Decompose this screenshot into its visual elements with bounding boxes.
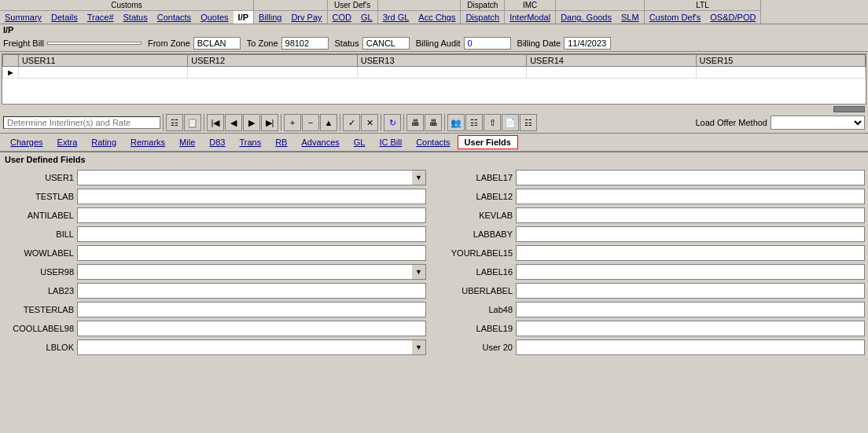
field-kevlab-input[interactable] [516, 207, 865, 223]
left-fields-column: USER1 ▼ TESTLAB ANTILABEL BILL WOWLABEL [3, 170, 426, 408]
sub-tab-rating[interactable]: Rating [84, 135, 123, 149]
field-uberlabel-input[interactable] [516, 283, 865, 299]
billing-audit-label: Billing Audit [416, 39, 461, 48]
tab-summary[interactable]: Summary [0, 11, 46, 24]
field-lblok-wrapper: ▼ [77, 339, 426, 355]
toolbar-doc-btn[interactable]: 📄 [502, 114, 519, 131]
table-scrollbar[interactable] [0, 106, 868, 112]
scrollbar-thumb[interactable] [833, 106, 865, 112]
sub-tab-d83[interactable]: D83 [202, 135, 232, 149]
tab-intermodal[interactable]: InterModal [505, 11, 555, 24]
toolbar-up-btn[interactable]: ▲ [320, 114, 337, 131]
sub-tab-contacts[interactable]: Contacts [409, 135, 457, 149]
toolbar-table-btn[interactable]: ☷ [520, 114, 537, 131]
tab-billing[interactable]: Billing [254, 11, 286, 24]
field-lblok-dropdown[interactable]: ▼ [412, 339, 426, 355]
group-billing: Billing Drv Pay [254, 0, 327, 24]
toolbar-first-btn[interactable]: |◀ [207, 114, 224, 131]
toolbar-check-btn[interactable]: ✓ [343, 114, 360, 131]
tab-trace[interactable]: Trace# [83, 11, 119, 24]
sub-tab-user-fields[interactable]: User Fields [458, 135, 518, 149]
sub-tab-ic-bill[interactable]: IC Bill [372, 135, 409, 149]
field-row-yourlabel15: YOURLABEL15 [442, 245, 865, 261]
toolbar-next-btn[interactable]: ▶ [243, 114, 260, 131]
field-antilabel-input[interactable] [77, 207, 426, 223]
field-lab48-input[interactable] [516, 302, 865, 317]
field-lblok-input[interactable] [77, 339, 426, 355]
toolbar-print2-btn[interactable]: 🖶 [425, 114, 442, 131]
toolbar-last-btn[interactable]: ▶| [261, 114, 278, 131]
field-row-coollabel98: COOLLABEL98 [3, 321, 426, 336]
toolbar-people-btn[interactable]: 👥 [447, 114, 465, 131]
tab-drv-pay[interactable]: Drv Pay [286, 11, 326, 24]
toolbar-refresh-btn[interactable]: ↻ [384, 114, 401, 131]
field-testerlab-input[interactable] [77, 302, 426, 317]
toolbar-delete-btn[interactable]: − [302, 114, 319, 131]
toolbar-upload-btn[interactable]: ⇧ [484, 114, 501, 131]
determine-interliner-input[interactable] [3, 116, 160, 129]
tab-slm[interactable]: SLM [616, 11, 644, 24]
tab-custom-defs[interactable]: Custom Def's [645, 11, 706, 24]
toolbar-x-btn[interactable]: ✕ [361, 114, 378, 131]
sub-tab-gl[interactable]: GL [347, 135, 373, 149]
field-label-uberlabel: UBERLABEL [442, 286, 513, 295]
group-dispatch-tabs: Dispatch [461, 11, 504, 24]
tab-details[interactable]: Details [46, 11, 83, 24]
toolbar-prev-btn[interactable]: ◀ [225, 114, 242, 131]
to-zone-label: To Zone [247, 39, 278, 48]
tab-acc-chgs[interactable]: Acc Chgs [414, 11, 460, 24]
field-yourlabel15-input[interactable] [516, 245, 865, 261]
tab-osd-pod[interactable]: OS&D/POD [705, 11, 760, 24]
field-user20-input[interactable] [516, 339, 865, 355]
field-label16-input[interactable] [516, 264, 865, 280]
field-lab23-input[interactable] [77, 283, 426, 299]
tab-dang-goods[interactable]: Dang. Goods [556, 11, 616, 24]
field-coollabel98-input[interactable] [77, 321, 426, 336]
tab-dispatch[interactable]: Dispatch [461, 11, 504, 24]
field-user98-input[interactable] [77, 264, 426, 280]
field-user1-dropdown[interactable]: ▼ [412, 170, 426, 185]
field-label12-input[interactable] [516, 189, 865, 204]
field-testlab-input[interactable] [77, 189, 426, 204]
sub-tab-charges[interactable]: Charges [3, 135, 50, 149]
field-user1-input[interactable] [77, 170, 426, 185]
group-imc: IMC InterModal [505, 0, 556, 24]
field-label17-input[interactable] [516, 170, 865, 185]
field-user98-dropdown[interactable]: ▼ [412, 264, 426, 280]
sub-tab-remarks[interactable]: Remarks [123, 135, 172, 149]
breadcrumb: I/P [0, 24, 868, 35]
sub-tab-trans[interactable]: Trans [232, 135, 268, 149]
field-labbaby-input[interactable] [516, 226, 865, 242]
field-row-label17: LABEL17 [442, 170, 865, 185]
toolbar-sep-2 [204, 114, 204, 131]
toolbar-grid-btn[interactable]: ☷ [166, 114, 183, 131]
toolbar: ☷ 📋 |◀ ◀ ▶ ▶| + − ▲ ✓ ✕ ↻ 🖶 🖶 👥 ☷ ⇧ 📄 ☷ … [0, 112, 868, 134]
tab-ip[interactable]: I/P [234, 11, 253, 24]
field-row-bill: BILL [3, 226, 426, 242]
field-label19-input[interactable] [516, 321, 865, 336]
toolbar-chart-btn[interactable]: ☷ [465, 114, 483, 131]
table-row[interactable]: ► [3, 67, 866, 79]
toolbar-copy-btn[interactable]: 📋 [184, 114, 201, 131]
toolbar-add-btn[interactable]: + [284, 114, 301, 131]
group-billing-label [254, 0, 326, 11]
tab-status[interactable]: Status [119, 11, 153, 24]
tab-quotes[interactable]: Quotes [196, 11, 233, 24]
field-label-user98: USER98 [3, 267, 74, 277]
tab-3rdgl[interactable]: 3rd GL [378, 11, 414, 24]
user-fields-area: USER1 ▼ TESTLAB ANTILABEL BILL WOWLABEL [0, 167, 868, 411]
sub-tab-rb[interactable]: RB [268, 135, 294, 149]
tab-cod[interactable]: COD [328, 11, 356, 24]
load-offer-select[interactable] [771, 116, 865, 130]
field-wowlabel-input[interactable] [77, 245, 426, 261]
tab-gl[interactable]: GL [356, 11, 377, 24]
from-zone-value: BCLAN [193, 37, 241, 50]
toolbar-print-btn[interactable]: 🖶 [406, 114, 424, 131]
group-dang-tabs: Dang. Goods SLM [556, 11, 643, 24]
sub-tab-mile[interactable]: Mile [172, 135, 202, 149]
field-bill-input[interactable] [77, 226, 426, 242]
sub-tab-extra[interactable]: Extra [50, 135, 85, 149]
sub-tab-advances[interactable]: Advances [294, 135, 346, 149]
group-gl-chgs-tabs: 3rd GL Acc Chgs [378, 11, 461, 24]
tab-contacts[interactable]: Contacts [153, 11, 196, 24]
